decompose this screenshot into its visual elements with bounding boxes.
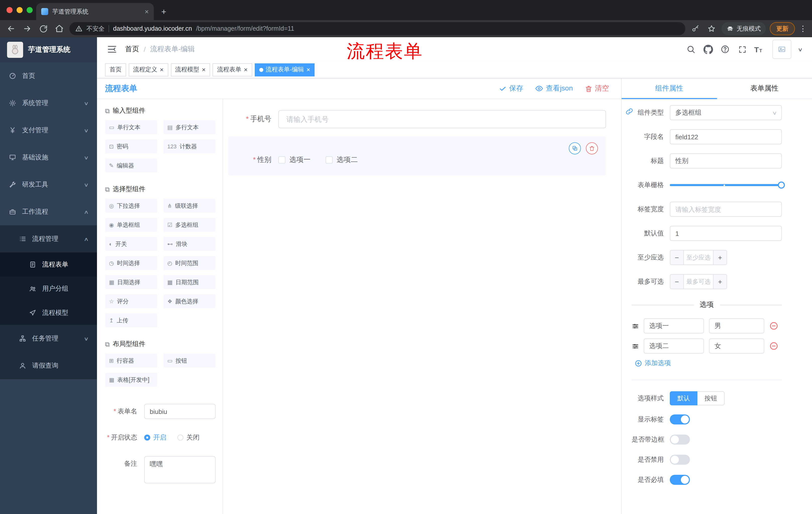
default-value-input[interactable] <box>670 226 782 241</box>
home-button[interactable] <box>53 23 65 35</box>
field-phone[interactable]: *手机号 <box>228 110 606 128</box>
tab-form-props[interactable]: 表单属性 <box>717 78 812 99</box>
back-button[interactable] <box>5 23 17 35</box>
option-label-input[interactable] <box>644 318 704 333</box>
sidebar-item-home[interactable]: 首页 <box>0 62 97 89</box>
add-option-button[interactable]: 添加选项 <box>635 359 782 368</box>
help-icon[interactable] <box>720 44 730 54</box>
grid-slider[interactable] <box>670 178 782 193</box>
chip-cascader[interactable]: ⋔级联选择 <box>163 199 215 213</box>
tag-close-icon[interactable]: × <box>307 66 310 73</box>
field-name-input[interactable] <box>670 129 782 144</box>
remove-option-button[interactable] <box>769 342 778 351</box>
tab-component-props[interactable]: 组件属性 <box>621 78 717 99</box>
chip-select[interactable]: ◎下拉选择 <box>105 199 157 213</box>
tab-close-icon[interactable]: × <box>145 8 149 15</box>
bookmark-star-icon[interactable] <box>705 23 718 35</box>
clear-button[interactable]: 清空 <box>585 84 609 93</box>
sidebar-item-payment[interactable]: 支付管理 ∨ <box>0 117 97 144</box>
font-size-icon[interactable]: TT <box>754 46 762 53</box>
address-bar[interactable]: 不安全 dashboard.yudao.iocoder.cn /bpm/mana… <box>69 22 685 35</box>
tag-close-icon[interactable]: × <box>244 66 248 73</box>
chip-row-container[interactable]: ⊞行容器 <box>105 354 157 368</box>
chevron-down-icon[interactable]: ∨ <box>798 47 803 52</box>
chip-editor[interactable]: ✎编辑器 <box>105 158 157 172</box>
field-gender-selected[interactable]: *性别 选项一 选项二 <box>228 136 606 175</box>
style-button-button[interactable]: 按钮 <box>697 391 725 405</box>
chip-time-range[interactable]: ◴时间范围 <box>163 256 215 270</box>
window-close-button[interactable] <box>6 7 12 13</box>
option-value-input[interactable] <box>709 318 764 333</box>
sidebar-item-process-model[interactable]: 流程模型 <box>0 301 97 325</box>
drag-handle-icon[interactable] <box>632 322 642 330</box>
chip-color-picker[interactable]: ❖颜色选择 <box>163 294 215 308</box>
fullscreen-icon[interactable] <box>737 44 747 54</box>
sidebar-toggle-icon[interactable] <box>107 44 117 54</box>
option-value-input[interactable] <box>709 339 764 354</box>
form-remark-textarea[interactable]: 嘿嘿 <box>144 456 215 483</box>
tag-process-model[interactable]: 流程模型 × <box>171 63 210 76</box>
slider-track[interactable] <box>670 184 782 186</box>
github-icon[interactable] <box>703 44 713 54</box>
copy-component-button[interactable] <box>569 142 581 154</box>
decrease-button[interactable]: − <box>670 250 684 265</box>
sidebar-item-process-management[interactable]: 流程管理 ∧ <box>0 225 97 252</box>
checkbox-option-1[interactable]: 选项一 <box>279 155 311 164</box>
chip-password[interactable]: ⊡密码 <box>105 139 157 154</box>
required-switch[interactable] <box>670 475 690 485</box>
chip-time-picker[interactable]: ◷时间选择 <box>105 256 157 270</box>
sidebar-item-task-management[interactable]: 任务管理 ∨ <box>0 325 97 352</box>
chip-table[interactable]: ▦表格[开发中] <box>105 373 157 387</box>
chip-counter[interactable]: 123计数器 <box>163 139 215 154</box>
decrease-button[interactable]: − <box>670 275 684 289</box>
browser-menu-icon[interactable]: ⋮ <box>799 24 807 33</box>
show-label-switch[interactable] <box>670 414 690 425</box>
delete-component-button[interactable] <box>586 142 598 154</box>
chip-upload[interactable]: ↥上传 <box>105 313 157 327</box>
view-json-button[interactable]: 查看json <box>535 84 573 93</box>
form-name-input[interactable] <box>144 404 215 419</box>
link-icon[interactable] <box>624 106 635 117</box>
increase-button[interactable]: + <box>713 250 727 265</box>
status-off-radio[interactable]: 关闭 <box>177 433 200 442</box>
chip-slider[interactable]: ⊷滑块 <box>163 237 215 251</box>
remove-option-button[interactable] <box>769 321 778 330</box>
key-icon[interactable] <box>689 23 701 35</box>
tag-home[interactable]: 首页 <box>105 63 126 76</box>
forward-button[interactable] <box>21 23 33 35</box>
border-switch[interactable] <box>670 435 690 444</box>
max-checked-value[interactable]: 最多可选 <box>684 275 713 289</box>
chip-date-picker[interactable]: ▦日期选择 <box>105 275 157 289</box>
tag-close-icon[interactable]: × <box>160 66 164 73</box>
style-default-button[interactable]: 默认 <box>670 391 697 405</box>
update-button[interactable]: 更新 <box>770 22 795 35</box>
status-on-radio[interactable]: 开启 <box>144 433 166 442</box>
chip-checkbox-group[interactable]: ☑多选框组 <box>163 218 215 232</box>
sidebar-item-workflow[interactable]: 工作流程 ∧ <box>0 198 97 225</box>
chip-single-line-text[interactable]: ▭单行文本 <box>105 120 157 134</box>
option-label-input[interactable] <box>644 339 704 354</box>
reload-button[interactable] <box>37 23 49 35</box>
window-minimize-button[interactable] <box>17 7 23 13</box>
sidebar-item-system[interactable]: 系统管理 ∨ <box>0 89 97 117</box>
disabled-switch[interactable] <box>670 455 690 465</box>
title-input[interactable] <box>670 154 782 168</box>
drag-handle-icon[interactable] <box>632 342 642 350</box>
breadcrumb-home-link[interactable]: 首页 <box>125 45 139 54</box>
sidebar-item-infrastructure[interactable]: 基础设施 ∨ <box>0 144 97 171</box>
sidebar-item-devtools[interactable]: 研发工具 ∨ <box>0 171 97 198</box>
chip-switch[interactable]: ◐开关 <box>105 237 157 251</box>
browser-tab[interactable]: 芋道管理系统 × <box>36 3 154 20</box>
chip-button[interactable]: ▭按钮 <box>163 354 215 368</box>
save-button[interactable]: 保存 <box>499 84 523 93</box>
tag-process-definition[interactable]: 流程定义 × <box>128 63 168 76</box>
tag-process-form[interactable]: 流程表单 × <box>212 63 252 76</box>
chip-radio-group[interactable]: ◉单选框组 <box>105 218 157 232</box>
sidebar-item-user-group[interactable]: 用户分组 <box>0 277 97 301</box>
chip-rate[interactable]: ☆评分 <box>105 294 157 308</box>
avatar[interactable] <box>772 40 791 59</box>
sidebar-item-process-form[interactable]: 流程表单 <box>0 252 97 277</box>
sidebar-item-leave-query[interactable]: 请假查询 <box>0 352 97 379</box>
slider-handle[interactable] <box>778 182 785 189</box>
new-tab-button[interactable]: + <box>159 6 169 17</box>
